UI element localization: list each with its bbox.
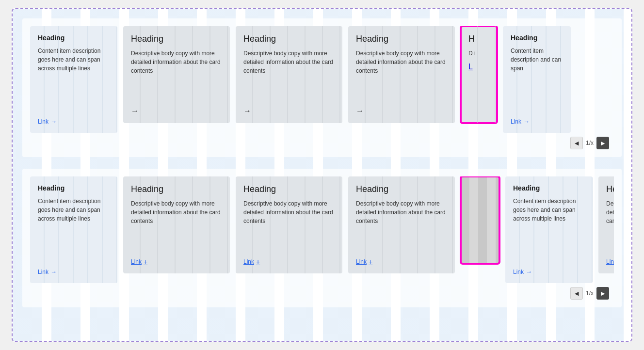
next-icon-2: ▶: [601, 290, 605, 297]
card-body: Content item description goes here and c…: [513, 197, 585, 223]
section-1: Heading Content item description goes he…: [22, 18, 622, 157]
card-body: Content item description goes here and c…: [38, 47, 110, 73]
card-heading: Heading: [513, 184, 585, 192]
card-arrow: →: [243, 107, 335, 115]
card-link[interactable]: Link →: [513, 268, 585, 275]
card-s2-simple-1: Heading Content item description goes he…: [30, 176, 117, 283]
card-link-plus[interactable]: Link +: [131, 258, 222, 266]
card-heading: Heading: [131, 184, 222, 194]
outer-container: Heading Content item description goes he…: [12, 8, 632, 342]
prev-icon: ◀: [575, 140, 579, 146]
prev-icon-2: ◀: [575, 290, 579, 297]
card-s2-detail-1: Heading Descriptive body copy with more …: [123, 176, 230, 273]
card-bg-lines: [503, 26, 571, 133]
plus-icon: +: [369, 258, 372, 266]
card-heading: Heading: [131, 34, 222, 44]
card-body: D i: [468, 49, 489, 58]
card-bg-lines: [30, 26, 117, 133]
next-icon: ▶: [601, 140, 605, 146]
card-s2-highlighted: [461, 176, 499, 264]
page-label-2: 1/x: [586, 290, 594, 297]
plus-icon: +: [144, 258, 147, 266]
section-1-track: Heading Content item description goes he…: [30, 26, 614, 133]
card-detail-3: Heading Descriptive body copy with more …: [348, 26, 455, 123]
card-heading: H: [468, 34, 489, 44]
page-label: 1/x: [586, 140, 594, 146]
link-text: Link: [243, 258, 254, 265]
card-simple-2: Heading Content item description and can…: [503, 26, 571, 133]
link-text: Link: [38, 118, 48, 125]
card-detail-2: Heading Descriptive body copy with more …: [236, 26, 342, 123]
section-1-pagination: ◀ 1/x ▶: [30, 137, 614, 149]
next-button-2[interactable]: ▶: [596, 287, 609, 300]
card-heading: Heading: [356, 34, 447, 44]
arrow-icon: →: [50, 118, 57, 125]
card-body: Descrip detailed card co: [606, 199, 614, 225]
card-body: Descriptive body copy with more detailed…: [243, 49, 335, 75]
link-text: Link: [38, 269, 48, 275]
next-button[interactable]: ▶: [596, 137, 609, 149]
link-text: Link: [131, 258, 142, 265]
section-2: Heading Content item description goes he…: [22, 169, 622, 307]
card-s2-detail-3: Heading Descriptive body copy with more …: [348, 176, 455, 273]
card-link[interactable]: L: [468, 63, 489, 71]
link-text: Link: [511, 118, 521, 125]
card-body: Descriptive body copy with more detailed…: [356, 199, 447, 225]
card-heading: Heading: [511, 34, 563, 42]
card-link[interactable]: Link →: [511, 118, 563, 125]
arrow-icon: →: [526, 268, 532, 275]
card-heading: Heading: [243, 34, 335, 44]
plus-icon: +: [256, 258, 260, 266]
card-simple-1: Heading Content item description goes he…: [30, 26, 117, 133]
arrow-icon: →: [523, 118, 530, 125]
card-heading: Heading: [356, 184, 447, 194]
card-body: Descriptive body copy with more detailed…: [131, 49, 222, 75]
section-2-pagination: ◀ 1/x ▶: [30, 287, 614, 300]
arrow-icon: →: [50, 268, 57, 275]
card-body: Content item description and can span: [511, 47, 563, 73]
link-text: Link: [513, 269, 524, 275]
card-heading: Heading: [38, 34, 110, 42]
link-text: Link: [356, 258, 367, 265]
card-bg-lines: [30, 176, 117, 283]
prev-button[interactable]: ◀: [570, 137, 583, 149]
card-highlighted-1: H D i L: [461, 26, 497, 123]
card-s2-partial: Head Descrip detailed card co Link +: [598, 176, 614, 273]
card-heading: Heading: [243, 184, 335, 194]
card-heading: Heading: [38, 184, 110, 192]
card-link-plus[interactable]: Link +: [606, 258, 614, 266]
card-detail-1: Heading Descriptive body copy with more …: [123, 26, 230, 123]
link-text: Link: [606, 258, 614, 265]
prev-button-2[interactable]: ◀: [570, 287, 583, 300]
card-link-plus[interactable]: Link +: [356, 258, 447, 266]
content-area: Heading Content item description goes he…: [22, 18, 622, 307]
card-arrow: →: [131, 107, 222, 115]
card-body: Content item description goes here and c…: [38, 197, 110, 223]
card-s2-simple-2: Heading Content item description goes he…: [505, 176, 593, 283]
card-heading: Head: [606, 184, 614, 194]
card-link[interactable]: Link →: [38, 118, 110, 125]
card-arrow: →: [356, 107, 447, 115]
section-2-track: Heading Content item description goes he…: [30, 176, 614, 283]
card-s2-detail-2: Heading Descriptive body copy with more …: [236, 176, 342, 273]
link-text: L: [468, 63, 473, 71]
card-body: Descriptive body copy with more detailed…: [131, 199, 222, 225]
card-body: Descriptive body copy with more detailed…: [243, 199, 335, 225]
card-body: Descriptive body copy with more detailed…: [356, 49, 447, 75]
card-link-plus[interactable]: Link +: [243, 258, 335, 266]
card-link[interactable]: Link →: [38, 268, 110, 275]
card-bg-lines: [505, 176, 593, 283]
